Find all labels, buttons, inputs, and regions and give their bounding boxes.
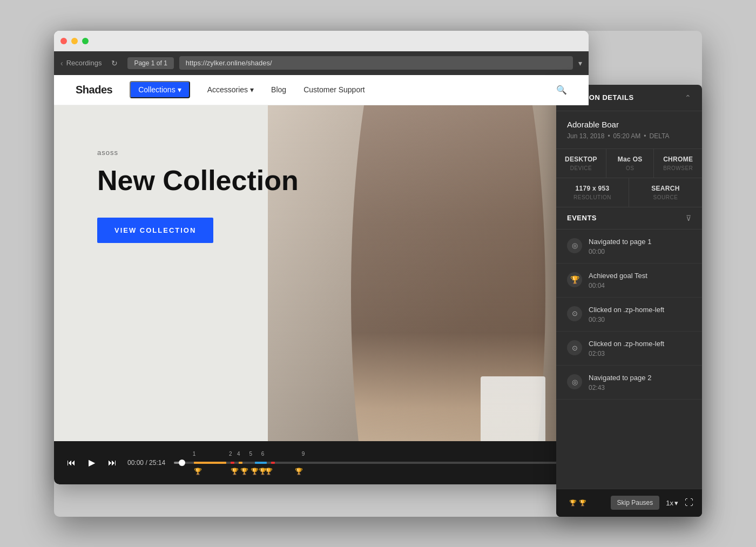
event-time: 00:04: [589, 282, 691, 289]
event-time: 02:43: [589, 384, 691, 391]
trophy-icon-small-1: 🏆: [569, 499, 577, 507]
device-os-value: Mac OS: [615, 156, 645, 163]
marker-1: 1: [193, 451, 196, 457]
nav-accessories[interactable]: Accessories ▾: [207, 85, 254, 94]
event-click-2[interactable]: ⊙ Clicked on .zp-home-left 02:03: [556, 332, 702, 366]
skip-start-icon: ⏮: [67, 458, 76, 468]
event-icon-wrap: ◎: [567, 374, 582, 389]
site-header: Shades Collections ▾ Accessories ▾ Blog …: [54, 75, 589, 105]
event-content: Clicked on .zp-home-left 02:03: [589, 339, 691, 357]
marker-5: 5: [249, 451, 252, 457]
collapse-icon: ⌃: [685, 93, 691, 102]
event-content: Navigated to page 2 02:43: [589, 373, 691, 391]
trophy-2: 🏆: [231, 468, 239, 475]
browser-content: Shades Collections ▾ Accessories ▾ Blog …: [54, 75, 589, 484]
play-icon: ▶: [89, 457, 95, 468]
skip-end-button[interactable]: ⏭: [106, 456, 119, 470]
source-label: SOURCE: [638, 194, 693, 200]
view-collection-button[interactable]: VIEW COLLECTION: [97, 218, 213, 243]
skip-end-icon: ⏭: [108, 458, 117, 468]
trophy-6: 🏆: [265, 468, 273, 475]
event-content: Navigated to page 1 00:00: [589, 237, 691, 255]
timeline-trophies: 🏆 🏆 🏆 🏆 🏆 🏆 🏆: [174, 464, 578, 479]
source-cell: SEARCH SOURCE: [629, 178, 702, 207]
click-icon: ⊙: [572, 344, 578, 352]
toolbar-dropdown-icon[interactable]: ▾: [578, 59, 582, 67]
hero-content: asoss New Collection VIEW COLLECTION: [54, 105, 589, 286]
device-os-cell: Mac OS OS: [606, 149, 654, 178]
play-button[interactable]: ▶: [86, 455, 97, 470]
speed-button[interactable]: 1x ▾: [666, 499, 678, 507]
skip-pauses-button[interactable]: Skip Pauses: [611, 496, 660, 510]
chevron-down-icon: ▾: [250, 85, 254, 94]
fullscreen-button[interactable]: ⛶: [685, 498, 693, 508]
back-label: Recordings: [66, 59, 102, 67]
device-browser-value: CHROME: [663, 156, 693, 163]
nav-blog[interactable]: Blog: [271, 85, 286, 94]
speed-dropdown-icon: ▾: [674, 499, 678, 507]
device-browser-cell: CHROME BROWSER: [654, 149, 702, 178]
event-navigate-2[interactable]: ◎ Navigated to page 2 02:43: [556, 366, 702, 400]
hero-section: asoss New Collection VIEW COLLECTION: [54, 105, 589, 484]
event-click-1[interactable]: ⊙ Clicked on .zp-home-left 00:30: [556, 298, 702, 332]
video-controls: ⏮ ▶ ⏭ 00:00 / 25:14 1 2: [54, 441, 589, 484]
event-name: Navigated to page 2: [589, 373, 691, 383]
timeline-container[interactable]: 1 2 4 5 6 9: [174, 462, 578, 464]
skip-start-button[interactable]: ⏮: [65, 456, 78, 470]
chevron-down-icon: ▾: [178, 85, 181, 94]
timeline-markers: 1 2 4 5 6 9: [174, 451, 578, 462]
hero-title: New Collection: [97, 165, 545, 196]
event-name: Clicked on .zp-home-left: [589, 305, 691, 315]
marker-9: 9: [302, 451, 305, 457]
trophy-3: 🏆: [240, 468, 248, 475]
chevron-left-icon: ‹: [60, 59, 63, 67]
source-value: SEARCH: [638, 185, 693, 192]
browser-window: ‹ Recordings ↻ Page 1 of 1 ▾ Shades Coll…: [54, 31, 589, 484]
minimize-button[interactable]: [71, 38, 78, 44]
event-name: Navigated to page 1: [589, 237, 691, 247]
marker-6: 6: [261, 451, 265, 457]
fullscreen-icon: ⛶: [685, 498, 693, 507]
maximize-button[interactable]: [82, 38, 89, 44]
event-name: Clicked on .zp-home-left: [589, 339, 691, 349]
mini-trophies: 🏆 🏆: [565, 499, 604, 507]
title-bar: [54, 31, 589, 51]
bottom-controls: 🏆 🏆 Skip Pauses 1x ▾ ⛶: [556, 489, 702, 517]
collapse-button[interactable]: ⌃: [685, 93, 691, 102]
filter-icon[interactable]: ⊽: [686, 214, 691, 222]
event-icon-wrap: ⊙: [567, 340, 582, 355]
page-indicator: Page 1 of 1: [127, 57, 173, 69]
event-time: 00:00: [589, 248, 691, 255]
event-name: Achieved goal Test: [589, 271, 691, 281]
refresh-icon: ↻: [111, 59, 118, 67]
marker-2: 2: [229, 451, 232, 457]
event-icon-wrap: ⊙: [567, 306, 582, 321]
browser-toolbar: ‹ Recordings ↻ Page 1 of 1 ▾: [54, 51, 589, 75]
url-bar[interactable]: [179, 56, 573, 70]
refresh-button[interactable]: ↻: [107, 56, 122, 71]
event-content: Clicked on .zp-home-left 00:30: [589, 305, 691, 323]
window-container: ‹ Recordings ↻ Page 1 of 1 ▾ Shades Coll…: [54, 31, 702, 517]
time-display: 00:00 / 25:14: [127, 459, 165, 467]
search-icon[interactable]: 🔍: [556, 85, 567, 95]
trophy-7: 🏆: [295, 468, 303, 475]
site-logo: Shades: [76, 84, 112, 96]
navigate-icon: ◎: [572, 378, 578, 386]
device-os-label: OS: [615, 165, 645, 171]
nav-collections-button[interactable]: Collections ▾: [130, 81, 190, 98]
close-button[interactable]: [60, 38, 67, 44]
hero-label: asoss: [97, 148, 545, 157]
marker-4: 4: [237, 451, 240, 457]
device-browser-label: BROWSER: [663, 165, 693, 171]
click-icon: ⊙: [572, 309, 578, 318]
event-time: 00:30: [589, 316, 691, 323]
nav-customer-support[interactable]: Customer Support: [303, 85, 365, 94]
trophy-4: 🏆: [251, 468, 259, 475]
trophy-1: 🏆: [194, 468, 202, 475]
event-time: 02:03: [589, 350, 691, 357]
event-content: Achieved goal Test 00:04: [589, 271, 691, 289]
back-recordings-button[interactable]: ‹ Recordings: [60, 59, 102, 67]
trophy-icon-small-2: 🏆: [579, 499, 586, 507]
